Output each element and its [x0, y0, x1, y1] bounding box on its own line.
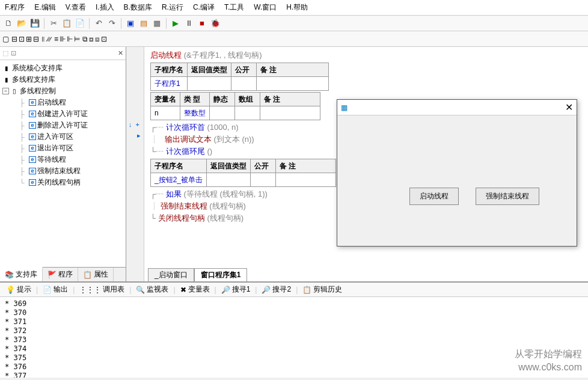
menu-item-help[interactable]: H.帮助	[284, 1, 310, 14]
tree-root-core[interactable]: ▮系统核心支持库	[2, 63, 123, 74]
align4-icon[interactable]: ⊟	[33, 35, 39, 43]
tab-output[interactable]: 📄输出	[39, 283, 72, 296]
menu-item-compile[interactable]: C.编译	[191, 1, 217, 14]
size2-icon[interactable]: ⧈	[89, 35, 94, 43]
spacing5-icon[interactable]: ⊩	[67, 35, 73, 43]
output-line: * 377	[5, 372, 583, 378]
tree-item-wait[interactable]: ├e等待线程	[2, 154, 123, 165]
align3-icon[interactable]: ⊞	[26, 35, 32, 43]
menu-item-insert[interactable]: I.插入	[93, 1, 117, 14]
menu-item-view[interactable]: V.查看	[63, 1, 88, 14]
e-icon: e	[29, 111, 36, 117]
menu-item-tools[interactable]: T.工具	[222, 1, 247, 14]
tab-clip-history[interactable]: 📋剪辑历史	[299, 283, 346, 296]
spacing1-icon[interactable]: ⫴	[41, 35, 44, 43]
spacing4-icon[interactable]: ⊪	[60, 35, 66, 43]
tree-item-delete-permit[interactable]: ├e删除进入许可证	[2, 120, 123, 131]
breakpoint-marker[interactable]: ▸	[137, 130, 141, 141]
align1-icon[interactable]: ⊟	[11, 35, 17, 43]
menu-item-run[interactable]: R.运行	[159, 1, 186, 14]
fold-markers[interactable]: ↓ +	[129, 119, 139, 130]
menu-item-edit[interactable]: E.编辑	[32, 1, 58, 14]
redo-icon[interactable]: ↷	[106, 17, 118, 29]
open-icon[interactable]: 📂	[16, 17, 28, 29]
copy-icon[interactable]: 📋	[61, 17, 73, 29]
save-icon[interactable]: 💾	[29, 17, 41, 29]
tab-library[interactable]: 📚支持库	[0, 267, 43, 281]
tree-item-start[interactable]: ├e启动线程	[2, 97, 123, 108]
window1-icon[interactable]: ▣	[124, 17, 136, 29]
output-line: * 375	[5, 354, 583, 363]
tab-program[interactable]: 🚩程序	[43, 268, 78, 281]
spacing3-icon[interactable]: ≡	[54, 35, 58, 43]
tool-a-icon[interactable]: ▢	[2, 35, 9, 43]
tab-property[interactable]: 📋属性	[78, 268, 114, 281]
subroutine-table-1[interactable]: 子程序名返回值类型公开备 注 子程序1	[150, 63, 329, 91]
menu-item-file[interactable]: F.程序	[2, 1, 27, 14]
panel-close-icon[interactable]: ✕	[118, 49, 123, 57]
cut-icon[interactable]: ✂	[47, 17, 60, 29]
align2-icon[interactable]: ⊡	[19, 35, 25, 43]
variable-table[interactable]: 变量名类 型静态数组备 注 n整数型	[150, 92, 320, 120]
flag-icon: 🚩	[47, 271, 57, 279]
left-toolbar: ⬚ ⊡ ✕	[0, 47, 126, 60]
spacing6-icon[interactable]: ⊨	[74, 35, 80, 43]
stop-icon[interactable]: ■	[196, 17, 208, 29]
e-icon: e	[29, 99, 36, 106]
size1-icon[interactable]: ⧉	[82, 35, 88, 43]
close-icon[interactable]: ✕	[565, 102, 573, 113]
output-content[interactable]: * 369 * 370 * 371 * 372 * 373 * 374 * 37…	[0, 297, 588, 378]
tab-variables[interactable]: ✖变量表	[177, 283, 213, 296]
force-end-thread-button[interactable]: 强制结束线程	[476, 188, 539, 205]
menu-item-window[interactable]: W.窗口	[251, 1, 279, 14]
panel-tool1-icon[interactable]: ⬚	[2, 49, 8, 57]
paste-icon[interactable]: 📄	[74, 17, 86, 29]
pause-icon[interactable]: ⏸	[183, 17, 195, 29]
tree-item-close-handle[interactable]: └e关闭线程句柄	[2, 177, 123, 188]
subroutine-table-2[interactable]: 子程序名返回值类型公开备 注 _按钮2_被单击	[150, 159, 336, 187]
e-icon: e	[29, 122, 36, 129]
left-panel: ⬚ ⊡ ✕ ▮系统核心支持库 ▮多线程支持库 −▯多线程控制 ├e启动线程 ├e…	[0, 47, 126, 281]
tree-item-exit-permit[interactable]: ├e退出许可区	[2, 142, 123, 154]
stack-icon: ⋮⋮⋮	[79, 286, 101, 294]
runtime-dialog[interactable]: ▦ ✕ 启动线程 强制结束线程	[337, 99, 577, 247]
spacing2-icon[interactable]: ⫻	[46, 35, 53, 43]
book-icon: ▮	[2, 65, 11, 72]
toolbar-secondary: ▢ ⊟ ⊡ ⊞ ⊟ ⫴ ⫻ ≡ ⊪ ⊩ ⊨ ⧉ ⧈ ⧇ ⊡	[0, 31, 588, 47]
dialog-body: 启动线程 强制结束线程	[337, 115, 577, 246]
dialog-titlebar[interactable]: ▦ ✕	[337, 100, 577, 115]
window3-icon[interactable]: ▦	[151, 17, 163, 29]
start-thread-button[interactable]: 启动线程	[409, 188, 459, 205]
app-icon: ▦	[341, 103, 348, 112]
undo-icon[interactable]: ↶	[93, 17, 105, 29]
code-line[interactable]: 启动线程 (&子程序1, , 线程句柄)	[150, 49, 586, 61]
tab-watch[interactable]: 🔍监视表	[132, 283, 172, 296]
tree-item-create-permit[interactable]: ├e创建进入许可证	[2, 108, 123, 120]
collapse-icon[interactable]: −	[2, 88, 9, 94]
e-icon: e	[29, 133, 36, 140]
panel-tool2-icon[interactable]: ⊡	[11, 49, 16, 57]
tree-root-thread[interactable]: ▮多线程支持库	[2, 74, 123, 85]
tab-callstack[interactable]: ⋮⋮⋮调用表	[76, 283, 128, 296]
tree-group-threadctrl[interactable]: −▯多线程控制	[2, 85, 123, 97]
run-icon[interactable]: ▶	[170, 17, 182, 29]
window2-icon[interactable]: ▤	[138, 17, 150, 29]
debug-icon[interactable]: 🐞	[209, 17, 221, 29]
editor-tabs: _启动窗口 窗口程序集1	[148, 268, 247, 281]
tab-search1[interactable]: 🔎搜寻1	[218, 283, 254, 296]
e-icon: e	[29, 168, 36, 174]
tab-window-procset[interactable]: 窗口程序集1	[194, 268, 248, 281]
size3-icon[interactable]: ⧇	[95, 35, 100, 43]
tree-item-enter-permit[interactable]: ├e进入许可区	[2, 131, 123, 142]
library-tree[interactable]: ▮系统核心支持库 ▮多线程支持库 −▯多线程控制 ├e启动线程 ├e创建进入许可…	[0, 60, 126, 267]
e-icon: e	[29, 145, 36, 152]
tab-hint[interactable]: 💡提示	[2, 283, 35, 296]
output-line: * 376	[5, 363, 583, 372]
tab-startup-window[interactable]: _启动窗口	[148, 268, 194, 281]
menu-item-database[interactable]: B.数据库	[121, 1, 155, 14]
book-icon: 📚	[5, 271, 14, 279]
new-icon[interactable]: 🗋	[2, 17, 14, 29]
tab-search2[interactable]: 🔎搜寻2	[258, 283, 295, 296]
size4-icon[interactable]: ⊡	[101, 35, 107, 43]
tree-item-force-end[interactable]: ├e强制结束线程	[2, 165, 123, 177]
